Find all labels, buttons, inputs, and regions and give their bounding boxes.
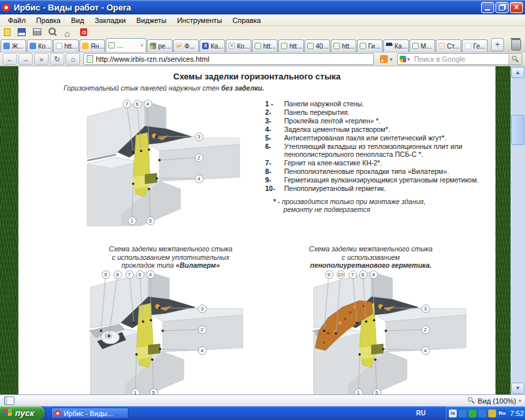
tab-item-10[interactable]: htt...: [278, 39, 304, 52]
rss-button[interactable]: ▼: [377, 54, 396, 64]
restore-button[interactable]: [495, 2, 509, 13]
scrollbar-thumb[interactable]: [511, 115, 524, 145]
tab-label: htt...: [289, 43, 302, 50]
tab-label: Ж...: [12, 43, 24, 50]
menu-Справка[interactable]: Справка: [227, 15, 266, 26]
opera-red-icon[interactable]: [80, 28, 87, 36]
page-title: Схемы заделки горизонтального стыка: [18, 72, 495, 81]
opera-task-icon: [54, 410, 61, 417]
print-icon[interactable]: [33, 28, 41, 35]
network2-tray-icon[interactable]: [478, 410, 486, 417]
tab-bar: Ж...Ко...htt...Ян...…×ре...iFФ...3Ка...*…: [0, 37, 525, 52]
new-page-icon[interactable]: [4, 28, 10, 36]
back-icon[interactable]: ←: [3, 53, 17, 65]
vertical-scrollbar[interactable]: ▲ ▼: [511, 66, 525, 394]
tab-item-0[interactable]: Ж...: [1, 39, 26, 52]
scroll-up-icon[interactable]: ▲: [511, 67, 524, 78]
page-pale-icon: [438, 43, 445, 49]
reload-icon[interactable]: ↻: [50, 53, 64, 65]
caption-foam: Схема заделки межпанельного стыка с испо…: [272, 245, 469, 270]
clock[interactable]: 7:52: [510, 410, 524, 417]
tab-item-2[interactable]: htt...: [53, 39, 79, 52]
lang-ru-tray-icon[interactable]: Ru: [498, 410, 506, 417]
zoom-magnifier-icon: [468, 397, 475, 404]
antivirus-tray-icon[interactable]: [469, 410, 476, 417]
callout-5: 5: [146, 217, 155, 225]
status-bar: Вид (100%) ▾: [0, 394, 525, 406]
tab-item-9[interactable]: htt...: [252, 39, 278, 52]
tab-item-16[interactable]: Ст...: [436, 39, 461, 52]
opera-logo-icon: [2, 3, 10, 12]
is-tray-icon[interactable]: is: [449, 410, 457, 417]
page-green-icon: [333, 43, 340, 49]
zoom-level[interactable]: Вид (100%): [478, 397, 516, 405]
callout-6: 6: [359, 270, 368, 279]
menu-Инструменты[interactable]: Инструменты: [172, 15, 228, 26]
system-tray: isRu 7:52: [445, 406, 525, 420]
find-icon[interactable]: [49, 28, 57, 36]
legend-item-7: 7-Гернит на клее-мастике КН-2*.: [265, 159, 496, 167]
tab-item-7[interactable]: 3Ка...: [200, 39, 225, 52]
callout-3: 3: [421, 304, 430, 313]
menu-Файл[interactable]: Файл: [3, 15, 31, 26]
chat-icon: [3, 43, 10, 49]
page-green-icon: [281, 43, 287, 49]
menu-Виджеты[interactable]: Виджеты: [131, 15, 172, 26]
tab-label: Ги...: [368, 43, 381, 50]
tab-item-14[interactable]: Ка...: [383, 39, 409, 52]
tab-item-3[interactable]: Ян...: [79, 39, 105, 52]
web-page: Схемы заделки горизонтального стыка Гори…: [18, 66, 495, 394]
tab-item-12[interactable]: htt...: [331, 39, 356, 52]
page-subtitle: Горизонтальный стык панелей наружных сте…: [64, 84, 264, 92]
tab-label: Ка...: [394, 43, 408, 50]
menu-bar: ФайлПравкаВидЗакладкиВиджетыИнструментыС…: [0, 14, 525, 26]
start-button[interactable]: пуск: [0, 406, 45, 420]
legend-item-9: 9-Герметизация вулканизирующимся уретано…: [265, 177, 496, 184]
search-input[interactable]: [411, 55, 509, 63]
url-box: [83, 53, 374, 65]
scroll-down-icon[interactable]: ▼: [511, 383, 524, 394]
tab-item-1[interactable]: Ко...: [27, 39, 52, 52]
tab-close-icon[interactable]: ×: [140, 42, 144, 49]
page-green-icon: [412, 43, 419, 49]
save-icon[interactable]: [18, 28, 26, 36]
forward-icon[interactable]: →: [18, 53, 33, 65]
language-indicator[interactable]: RU: [416, 406, 425, 420]
menu-Закладки[interactable]: Закладки: [89, 15, 131, 26]
network-tray-icon[interactable]: [459, 410, 467, 417]
tab-item-17[interactable]: Ге...: [462, 39, 488, 52]
menu-Вид[interactable]: Вид: [66, 15, 89, 26]
tab-item-8[interactable]: *Ко...: [226, 39, 251, 52]
taskbar-task-opera[interactable]: Ирбис - Виды...: [51, 408, 129, 419]
tab-item-13[interactable]: Ги...: [357, 39, 383, 52]
callout-4: 4: [195, 175, 203, 183]
zoom-dropdown-icon[interactable]: ▾: [518, 398, 521, 404]
window-title: Ирбис - Виды работ - Opera: [14, 3, 478, 12]
home-nav-icon[interactable]: ⌂: [66, 53, 80, 65]
close-button[interactable]: ×: [510, 2, 523, 13]
tab-item-5[interactable]: ре...: [147, 39, 173, 52]
star-icon: *: [228, 43, 235, 49]
fast-forward-icon[interactable]: »: [34, 53, 49, 65]
home-icon[interactable]: [64, 28, 73, 36]
page-green-icon: [255, 43, 261, 49]
tab-item-15[interactable]: М...: [410, 39, 435, 52]
browser-viewport: Схемы заделки горизонтального стыка Гори…: [0, 66, 525, 394]
page-green-icon: [307, 43, 314, 49]
search-go-button[interactable]: [509, 54, 522, 64]
closed-tabs-trash-icon[interactable]: [511, 39, 521, 51]
tab-item-6[interactable]: iFФ...: [173, 39, 199, 52]
search-engine-dropdown-icon[interactable]: ▼: [406, 57, 411, 62]
tab-label: …: [117, 42, 123, 49]
minimize-button[interactable]: [481, 2, 494, 13]
blue3-icon: 3: [202, 43, 209, 49]
panels-toggle-icon[interactable]: [4, 396, 14, 405]
url-input[interactable]: [96, 55, 371, 63]
rss-dropdown-icon: ▼: [389, 57, 394, 62]
tab-active[interactable]: …×: [106, 38, 146, 52]
tab-item-11[interactable]: 40...: [304, 39, 330, 52]
menu-Правка[interactable]: Правка: [31, 15, 66, 26]
new-tab-button[interactable]: +: [491, 38, 504, 51]
callout-1: 1: [131, 388, 140, 395]
scheduler-tray-icon[interactable]: [488, 410, 496, 417]
